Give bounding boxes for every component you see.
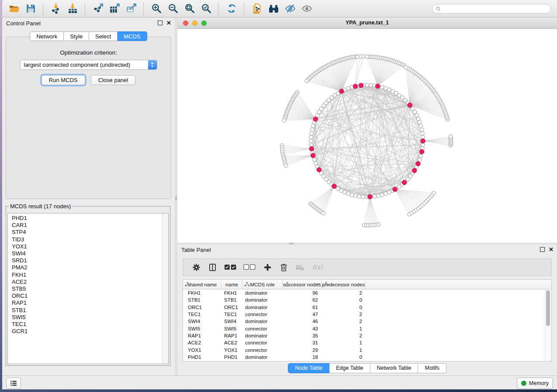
open-file-icon[interactable]: [7, 2, 21, 15]
delete-column-icon[interactable]: [279, 263, 288, 272]
deselect-all-rows-icon[interactable]: [243, 263, 256, 272]
search-input[interactable]: [443, 4, 550, 13]
table-row[interactable]: STB1STB1dominator620: [183, 296, 551, 303]
cell-predecessor-nodes: 2: [322, 333, 366, 338]
export-image-icon[interactable]: [125, 2, 138, 15]
column-header-predecessor-nodes[interactable]: predecessor nodes: [322, 280, 366, 289]
column-label: shared name: [187, 282, 217, 287]
column-header-successor-nodes[interactable]: successor nodes: [283, 280, 322, 289]
result-list-item[interactable]: STB5: [12, 285, 168, 292]
select-all-rows-icon[interactable]: [224, 263, 236, 272]
table-row[interactable]: FKH1FKH1dominator962: [183, 289, 551, 296]
tab-motifs[interactable]: Motifs: [418, 363, 446, 373]
column-type-icon: [244, 282, 250, 287]
table-row[interactable]: RAP1RAP1dominator352: [183, 332, 551, 339]
criterion-dropdown[interactable]: largest connected component (undirected): [20, 60, 157, 70]
cell-successor-nodes: 35: [283, 333, 322, 338]
result-list-item[interactable]: ACE2: [12, 279, 168, 285]
close-panel-button[interactable]: Close panel: [91, 75, 136, 85]
result-list-item[interactable]: STP4: [12, 229, 168, 236]
tab-node-table[interactable]: Node Table: [288, 363, 329, 373]
run-mcds-button[interactable]: Run MCDS: [42, 75, 85, 85]
table-row[interactable]: SWI4SWI4dominator462: [183, 318, 551, 325]
column-header-mcds-role[interactable]: MCDS role: [242, 280, 283, 289]
table-row[interactable]: PHD1PHD1dominator180: [183, 354, 551, 361]
network-canvas[interactable]: [177, 29, 557, 243]
refresh-icon[interactable]: [225, 2, 238, 15]
result-list-item[interactable]: TEC1: [12, 321, 168, 328]
table-row[interactable]: ORC1ORC1dominator610: [183, 304, 551, 311]
dropdown-stepper-icon[interactable]: [148, 60, 157, 69]
column-header-shared-name[interactable]: shared name: [183, 280, 221, 289]
new-network-from-selection-icon[interactable]: [250, 2, 263, 15]
cell-successor-nodes: 46: [283, 319, 322, 324]
criterion-selected-value: largest connected component (undirected): [21, 62, 148, 68]
cell-mcds-role: connector: [242, 340, 283, 345]
zoom-fit-icon[interactable]: [183, 2, 196, 15]
sort-chevron-down-icon[interactable]: [316, 283, 320, 285]
result-list-item[interactable]: PHD1: [12, 215, 168, 222]
column-header-filler: [366, 280, 551, 289]
table-gear-icon[interactable]: [192, 263, 201, 272]
float-table-panel-icon[interactable]: [540, 247, 545, 252]
network-window-titlebar[interactable]: YPA_prune.txt_1: [177, 18, 557, 29]
mcds-result-list[interactable]: PHD1CAR1STP4TID3YOX1SWI4SRD1PMA2FKH1ACE2…: [7, 213, 169, 364]
result-list-scrollbar[interactable]: [162, 213, 168, 364]
table-scrollbar-thumb[interactable]: [546, 290, 550, 326]
result-list-item[interactable]: ORC1: [12, 292, 168, 299]
tab-network-table[interactable]: Network Table: [370, 363, 419, 373]
search-icon: [436, 6, 441, 12]
column-header-name[interactable]: name: [221, 280, 242, 289]
import-table-icon[interactable]: [66, 2, 79, 15]
cell-predecessor-nodes: 0: [322, 305, 366, 310]
result-list-item[interactable]: GCR1: [12, 328, 168, 335]
optimization-criterion-label: Optimization criterion:: [6, 49, 171, 56]
show-all-icon[interactable]: [300, 2, 313, 15]
result-list-item[interactable]: FKH1: [12, 272, 168, 279]
delete-table-icon: [295, 263, 304, 272]
export-table-icon[interactable]: [108, 2, 121, 15]
table-row[interactable]: ACE2ACE2connector311: [183, 339, 551, 346]
tab-select[interactable]: Select: [89, 31, 118, 41]
cell-successor-nodes: 47: [283, 312, 322, 317]
toggle-column-icon[interactable]: [208, 263, 217, 272]
result-list-item[interactable]: TID3: [12, 236, 168, 243]
result-list-item[interactable]: PMA2: [12, 264, 168, 271]
export-network-icon[interactable]: [91, 2, 104, 15]
table-row[interactable]: SWI5SWI5connector431: [183, 325, 551, 332]
tab-edge-table[interactable]: Edge Table: [329, 363, 370, 373]
result-list-item[interactable]: SWI4: [12, 250, 168, 257]
network-graph[interactable]: [177, 29, 557, 243]
float-panel-icon[interactable]: [158, 21, 163, 25]
import-network-icon[interactable]: [49, 2, 62, 15]
close-panel-icon[interactable]: ✕: [166, 21, 171, 25]
status-bar: Memory: [2, 375, 557, 389]
zoom-out-icon[interactable]: [166, 2, 180, 15]
table-row[interactable]: YOX1YOX1connector291: [183, 346, 551, 353]
result-list-item[interactable]: SWI5: [12, 314, 168, 321]
zoom-selected-icon[interactable]: [200, 2, 213, 15]
result-list-item[interactable]: RAP1: [12, 299, 168, 306]
search-network-icon[interactable]: [267, 2, 280, 15]
tab-network[interactable]: Network: [30, 31, 64, 41]
zoom-in-icon[interactable]: [150, 2, 163, 15]
table-scrollbar[interactable]: [545, 289, 551, 360]
result-list-item[interactable]: SRD1: [12, 257, 168, 264]
result-list-item[interactable]: CAR1: [12, 222, 168, 229]
cell-shared-name: FKH1: [183, 290, 221, 296]
result-list-item[interactable]: STB1: [12, 307, 168, 314]
network-search-box[interactable]: [432, 4, 551, 14]
tab-mcds[interactable]: MCDS: [118, 31, 147, 41]
hide-selected-icon[interactable]: [284, 2, 297, 15]
table-row[interactable]: TEC1TEC1connector472: [183, 311, 551, 318]
column-label: name: [225, 282, 238, 287]
tab-style[interactable]: Style: [64, 31, 89, 41]
control-panel-header: Control Panel ✕: [2, 18, 175, 28]
memory-button[interactable]: Memory: [517, 378, 553, 389]
add-column-icon[interactable]: [263, 263, 272, 272]
close-table-panel-icon[interactable]: ✕: [549, 247, 554, 252]
result-list-item[interactable]: YOX1: [12, 243, 168, 250]
save-session-icon[interactable]: [24, 2, 37, 15]
toolbar-separator: [244, 3, 245, 15]
task-history-button[interactable]: [6, 378, 21, 389]
